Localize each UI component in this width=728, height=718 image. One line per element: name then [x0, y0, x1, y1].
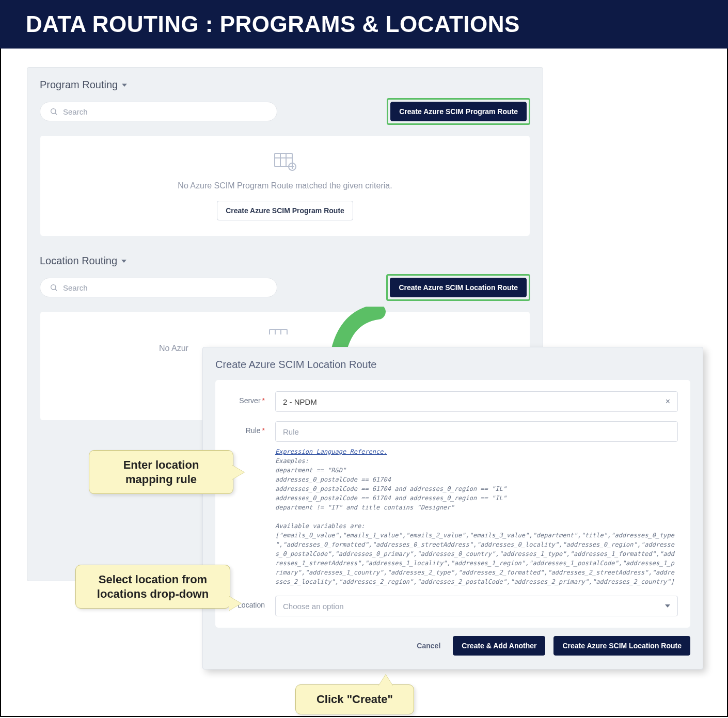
location-placeholder: Choose an option — [283, 602, 344, 611]
chevron-down-icon — [121, 260, 126, 263]
chevron-down-icon — [665, 604, 670, 608]
create-location-route-modal: Create Azure SCIM Location Route Server*… — [202, 347, 703, 669]
program-routing-title: Program Routing — [40, 79, 118, 91]
page-title: DATA ROUTING : PROGRAMS & LOCATIONS — [26, 11, 520, 37]
callout-location: Select location from locations drop-down — [75, 565, 230, 609]
location-select[interactable]: Choose an option — [275, 596, 678, 616]
program-search-input[interactable] — [63, 107, 267, 116]
table-plus-icon — [40, 327, 519, 337]
chevron-down-icon — [122, 84, 127, 87]
create-program-route-button[interactable]: Create Azure SCIM Program Route — [390, 102, 527, 121]
modal-body: Server* 2 - NPDM × Rule* Expression Lang… — [215, 380, 690, 628]
svg-rect-11 — [270, 329, 287, 334]
rule-label: Rule* — [228, 421, 265, 435]
modal-footer: Cancel Create & Add Another Create Azure… — [215, 636, 690, 656]
clear-icon[interactable]: × — [666, 397, 670, 406]
create-add-another-button[interactable]: Create & Add Another — [453, 636, 545, 656]
table-plus-icon — [274, 151, 296, 172]
program-empty-message: No Azure SCIM Program Route matched the … — [51, 181, 519, 190]
modal-title: Create Azure SCIM Location Route — [215, 359, 690, 371]
search-icon — [50, 283, 58, 292]
location-routing-title: Location Routing — [40, 255, 117, 267]
server-select[interactable]: 2 - NPDM × — [275, 391, 678, 412]
svg-point-9 — [51, 285, 56, 290]
svg-line-10 — [55, 289, 57, 291]
program-routing-header[interactable]: Program Routing — [40, 79, 530, 91]
highlight-create-program: Create Azure SCIM Program Route — [387, 98, 530, 125]
search-icon — [50, 107, 58, 116]
server-label: Server* — [228, 391, 265, 405]
highlight-create-location: Create Azure SCIM Location Route — [386, 274, 530, 301]
callout-rule: Enter location mapping rule — [89, 450, 233, 494]
expression-reference-link[interactable]: Expression Language Reference. — [275, 448, 387, 455]
program-empty-card: No Azure SCIM Program Route matched the … — [40, 135, 530, 236]
create-location-route-submit-button[interactable]: Create Azure SCIM Location Route — [553, 636, 690, 656]
location-search-input[interactable] — [63, 283, 267, 292]
stage: Program Routing Create Azure SCIM Progra… — [0, 49, 728, 717]
program-search[interactable] — [40, 102, 277, 121]
location-search[interactable] — [40, 278, 277, 297]
location-routing-header[interactable]: Location Routing — [40, 255, 530, 267]
svg-point-0 — [51, 109, 56, 114]
page-banner: DATA ROUTING : PROGRAMS & LOCATIONS — [0, 0, 728, 49]
server-value: 2 - NPDM — [283, 397, 317, 406]
create-program-route-button-empty[interactable]: Create Azure SCIM Program Route — [217, 201, 353, 220]
create-location-route-button[interactable]: Create Azure SCIM Location Route — [390, 278, 527, 297]
rule-input[interactable] — [275, 421, 678, 442]
rule-help: Expression Language Reference. Examples:… — [275, 447, 678, 586]
cancel-button[interactable]: Cancel — [413, 636, 445, 655]
callout-create: Click "Create" — [295, 684, 414, 714]
svg-line-1 — [55, 113, 57, 115]
